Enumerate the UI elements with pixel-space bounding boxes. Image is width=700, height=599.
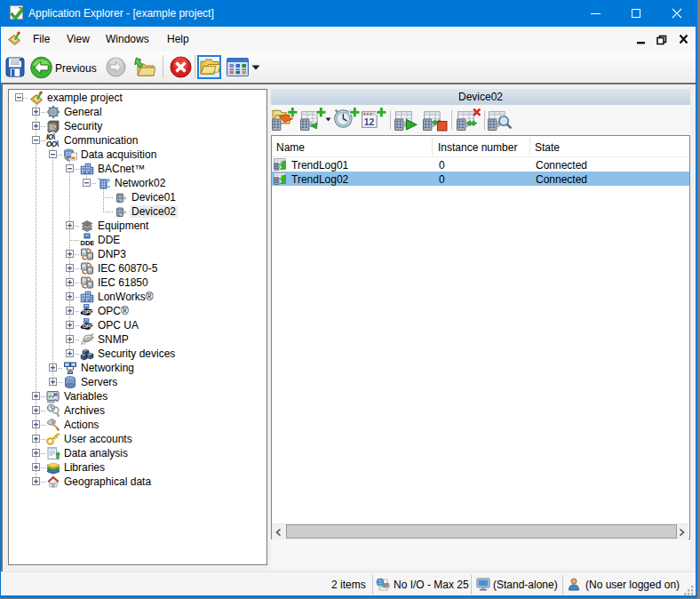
svg-text:OPC: OPC: [83, 309, 94, 315]
svg-text:OPC: OPC: [83, 323, 94, 329]
svg-text:12: 12: [364, 117, 375, 127]
svg-text:01: 01: [384, 583, 388, 587]
svg-text:OO\: OO\: [46, 140, 60, 148]
svg-text:DDE: DDE: [81, 239, 95, 247]
